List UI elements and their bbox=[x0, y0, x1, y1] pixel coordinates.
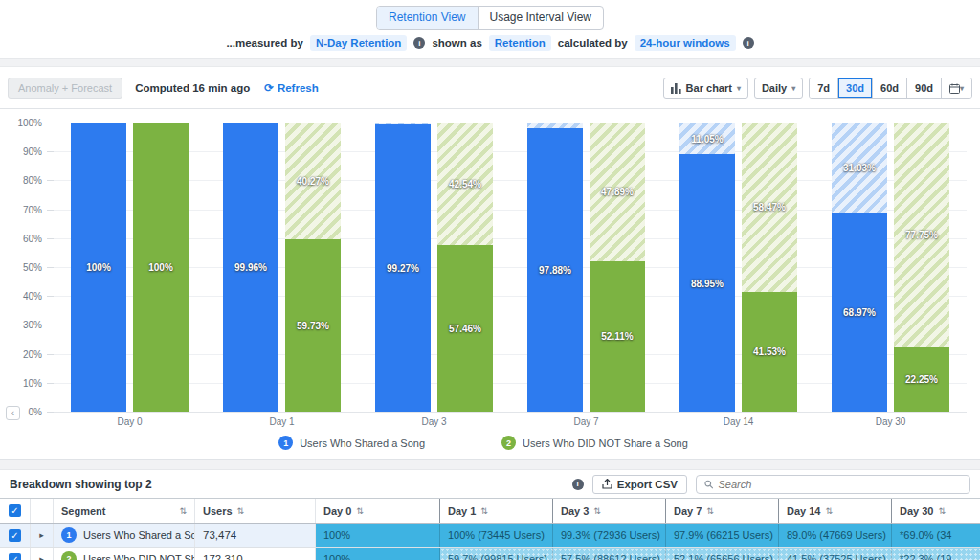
column-header-day-3[interactable]: Day 3⇅ bbox=[553, 499, 666, 523]
column-header-label: Day 7 bbox=[674, 505, 702, 517]
expand-row-icon[interactable]: ▸ bbox=[39, 554, 44, 560]
tab-retention-view[interactable]: Retention View bbox=[377, 7, 478, 29]
select-all-checkbox[interactable]: ✓ bbox=[9, 504, 21, 517]
bar-value-label: 52.11% bbox=[584, 331, 651, 342]
users-value: 172,310 bbox=[203, 553, 243, 560]
bar-solid-segment[interactable]: 68.97% bbox=[832, 213, 887, 412]
bar-solid-segment[interactable]: 100% bbox=[133, 123, 189, 412]
legend-item-series-2[interactable]: 2Users Who DID NOT Share a Song bbox=[501, 436, 688, 450]
bar-series-1[interactable]: 31.03%68.97% bbox=[832, 123, 887, 412]
bar-churn-segment[interactable]: 31.03% bbox=[832, 123, 887, 213]
bar-churn-segment[interactable]: 47.89% bbox=[590, 123, 645, 261]
bar-series-1[interactable]: 2.12%97.88% bbox=[527, 123, 583, 412]
bar-series-2[interactable]: 47.89%52.11% bbox=[590, 123, 645, 412]
range-7d[interactable]: 7d bbox=[810, 78, 837, 98]
expand-row-icon[interactable]: ▸ bbox=[39, 530, 44, 540]
chevron-down-icon: ▾ bbox=[960, 84, 964, 93]
bar-solid-segment[interactable]: 100% bbox=[71, 123, 126, 412]
metric-info-icon[interactable]: i bbox=[413, 37, 425, 49]
segment-label: Users Who Shared a Song bbox=[83, 529, 195, 541]
bar-solid-segment[interactable]: 88.95% bbox=[679, 154, 735, 412]
bar-churn-segment[interactable]: 77.75% bbox=[894, 123, 949, 347]
column-header-day-1[interactable]: Day 1⇅ bbox=[440, 499, 553, 523]
sort-icon[interactable]: ⇅ bbox=[706, 506, 714, 516]
column-header-day-7[interactable]: Day 7⇅ bbox=[666, 499, 779, 523]
row-checkbox[interactable]: ✓ bbox=[9, 529, 21, 542]
bar-solid-segment[interactable]: 22.25% bbox=[894, 347, 949, 412]
bar-series-1[interactable]: 0%100% bbox=[71, 123, 126, 412]
retention-cell: *22.3% (19 bbox=[892, 548, 980, 560]
bar-value-label: 97.88% bbox=[522, 265, 589, 276]
column-header-day-14[interactable]: Day 14⇅ bbox=[779, 499, 892, 523]
search-icon bbox=[704, 480, 713, 489]
bar-series-2[interactable]: 58.47%41.53% bbox=[742, 123, 797, 412]
x-axis-label: Day 14 bbox=[662, 416, 814, 427]
y-axis-tick: 40% bbox=[23, 291, 42, 302]
bar-churn-segment[interactable]: 11.05% bbox=[679, 123, 735, 154]
bar-group: 2.12%97.88%47.89%52.11% bbox=[510, 123, 662, 412]
bar-solid-segment[interactable]: 99.27% bbox=[375, 124, 431, 412]
granularity-dropdown[interactable]: Daily ▾ bbox=[754, 78, 803, 99]
sort-icon[interactable]: ⇅ bbox=[593, 506, 601, 516]
collapse-panel-button[interactable]: ‹ bbox=[6, 406, 20, 420]
column-header-label: Segment bbox=[61, 505, 105, 517]
range-30d[interactable]: 30d bbox=[837, 78, 872, 98]
bar-solid-segment[interactable]: 41.53% bbox=[742, 292, 797, 412]
row-select-cell: ✓ bbox=[0, 524, 31, 547]
segment-label: Users Who DID NOT Share a Song bbox=[83, 553, 195, 560]
bar-value-label: 68.97% bbox=[826, 306, 893, 317]
bar-solid-segment[interactable]: 52.11% bbox=[590, 261, 645, 412]
breakdown-info-icon[interactable]: i bbox=[572, 479, 584, 490]
retention-cell: 57.5% (88612 Users) bbox=[553, 548, 666, 560]
metric-selector[interactable]: N-Day Retention bbox=[310, 35, 407, 51]
bar-solid-segment[interactable]: 99.96% bbox=[223, 123, 278, 412]
bar-churn-label: 40.27% bbox=[279, 175, 346, 186]
column-header-day-30[interactable]: Day 30⇅ bbox=[892, 499, 980, 523]
tab-usage-interval-view[interactable]: Usage Interval View bbox=[478, 7, 604, 29]
bar-series-2[interactable]: 77.75%22.25% bbox=[894, 123, 949, 412]
y-axis-tick: 50% bbox=[23, 262, 42, 273]
bar-churn-label: 77.75% bbox=[888, 230, 955, 240]
column-header-users[interactable]: Users⇅ bbox=[195, 499, 316, 523]
window-info-icon[interactable]: i bbox=[743, 37, 754, 49]
bar-churn-segment[interactable]: 40.27% bbox=[285, 123, 341, 239]
calendar-dropdown[interactable]: ▾ bbox=[941, 78, 971, 98]
bar-churn-segment[interactable]: 58.47% bbox=[742, 123, 797, 292]
y-axis-tick-mark bbox=[47, 210, 54, 211]
bar-solid-segment[interactable]: 57.46% bbox=[437, 245, 493, 412]
bar-series-1[interactable]: 0.73%99.27% bbox=[375, 123, 431, 412]
column-header-segment[interactable]: Segment⇅ bbox=[54, 499, 195, 523]
sort-icon[interactable]: ⇅ bbox=[237, 506, 245, 516]
table-row[interactable]: ✓▸2Users Who DID NOT Share a Song172,310… bbox=[0, 548, 980, 560]
bar-group: 0.73%99.27%42.54%57.46% bbox=[358, 123, 510, 412]
refresh-button[interactable]: ⟳ Refresh bbox=[264, 81, 318, 95]
bar-series-1[interactable]: 11.05%88.95% bbox=[679, 123, 735, 412]
search-input[interactable] bbox=[718, 479, 962, 490]
sort-icon[interactable]: ⇅ bbox=[356, 506, 364, 516]
y-axis-tick-mark bbox=[47, 180, 54, 181]
chart-type-dropdown[interactable]: Bar chart ▾ bbox=[663, 78, 748, 99]
bar-value-label: 99.96% bbox=[217, 262, 284, 273]
range-60d[interactable]: 60d bbox=[872, 78, 906, 98]
bar-churn-label: 47.89% bbox=[584, 187, 651, 197]
bar-series-1[interactable]: 0.04%99.96% bbox=[223, 123, 278, 412]
export-csv-button[interactable]: Export CSV bbox=[592, 475, 687, 494]
bar-churn-segment[interactable]: 42.54% bbox=[437, 123, 493, 245]
table-row[interactable]: ✓▸1Users Who Shared a Song73,474100%100%… bbox=[0, 524, 980, 548]
row-checkbox[interactable]: ✓ bbox=[9, 553, 21, 560]
anomaly-forecast-button[interactable]: Anomaly + Forecast bbox=[8, 78, 122, 99]
sort-icon[interactable]: ⇅ bbox=[825, 506, 833, 516]
sort-icon[interactable]: ⇅ bbox=[179, 506, 187, 516]
bar-solid-segment[interactable]: 97.88% bbox=[527, 128, 583, 412]
sort-icon[interactable]: ⇅ bbox=[938, 506, 946, 516]
shown-as-selector[interactable]: Retention bbox=[489, 35, 551, 51]
sort-icon[interactable]: ⇅ bbox=[480, 506, 488, 516]
bar-series-2[interactable]: 40.27%59.73% bbox=[285, 123, 341, 412]
range-90d[interactable]: 90d bbox=[906, 78, 941, 98]
bar-solid-segment[interactable]: 59.73% bbox=[285, 239, 341, 412]
legend-item-series-1[interactable]: 1Users Who Shared a Song bbox=[278, 436, 425, 450]
bar-series-2[interactable]: 42.54%57.46% bbox=[437, 123, 493, 412]
bar-series-2[interactable]: 0%100% bbox=[133, 123, 189, 412]
column-header-day-0[interactable]: Day 0⇅ bbox=[316, 499, 440, 523]
window-selector[interactable]: 24-hour windows bbox=[635, 35, 736, 51]
